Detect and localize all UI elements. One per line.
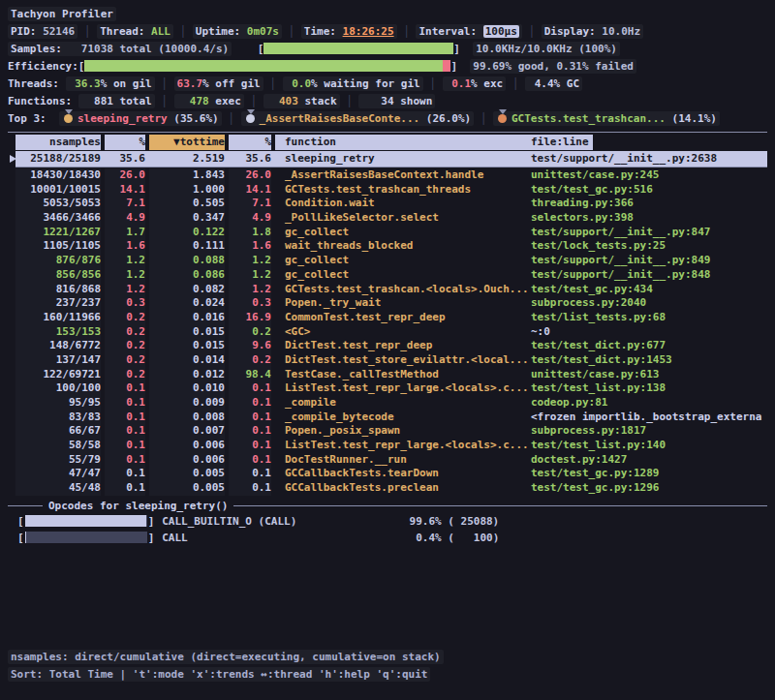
threads-unit: % exc (471, 77, 503, 90)
selected-table-row[interactable]: 25188/2518935.62.51935.6sleeping_retryte… (16, 151, 767, 167)
cell-nsamples: 95/95 (16, 396, 101, 411)
cell-cumulative-percent: 0.1 (229, 396, 271, 411)
table-row[interactable]: 66/670.10.0070.1Popen._posix_spawnsubpro… (16, 424, 767, 439)
column-header-nsamples[interactable]: nsamples (16, 135, 101, 150)
cell-cumulative-percent: 0.1 (229, 424, 271, 439)
cell-p1: 35.6 (105, 151, 145, 167)
cell-file-line: test/list_tests.py:68 (527, 311, 767, 325)
functions-label: Functions: (8, 95, 78, 107)
table-row[interactable]: 47/470.10.0050.1GCCallbackTests.tearDown… (16, 467, 767, 481)
cell-tottime: 0.122 (149, 226, 225, 240)
cell-function: Condition.wait (275, 197, 527, 211)
threads-value: 36.3 (69, 77, 101, 90)
cell-tottime: 0.015 (149, 325, 225, 340)
cell-direct-percent: 0.2 (105, 311, 145, 325)
table-row[interactable]: 876/8761.20.0881.2gc_collecttest/support… (16, 254, 767, 268)
table-row[interactable]: 55/790.10.0060.1DocTestRunner.__rundocte… (16, 453, 767, 468)
cell-function: gc_collect (275, 226, 527, 240)
footer: nsamples: direct/cumulative (direct=exec… (8, 649, 767, 684)
column-header-tottime-sorted[interactable]: ▼tottime (149, 135, 225, 150)
table-row[interactable]: 122/697210.20.01298.4TestCase._callTestM… (16, 368, 767, 382)
footer-nsamples-help: nsamples: direct/cumulative (direct=exec… (8, 650, 444, 664)
separator-dash-right (233, 505, 767, 506)
table-row[interactable]: 100/1000.10.0100.1ListTest.test_repr_lar… (16, 381, 767, 396)
cell-nsamples: 153/153 (16, 325, 101, 340)
cell-cumulative-percent: 1.2 (229, 268, 271, 283)
threads-value: 4.4 (528, 77, 554, 90)
cell-nsamples: 122/69721 (16, 368, 101, 382)
cell-nsamples: 100/100 (16, 381, 101, 396)
separator: │ (78, 25, 97, 38)
table-row[interactable]: 18430/1843026.01.84326.0_AssertRaisesBas… (16, 168, 767, 183)
table-header-row: nsamples%▼tottime%functionfile:line (16, 135, 767, 150)
cell-nsamples: 3466/3466 (16, 211, 101, 226)
table-row[interactable]: 1105/11051.60.1111.6wait_threads_blocked… (16, 239, 767, 254)
threads-segment: 63.7% off gil (174, 76, 264, 91)
threads-unit: % on gil (101, 77, 152, 90)
cell-cumulative-percent: 4.9 (229, 211, 271, 226)
separator: │ (155, 77, 174, 90)
cell-tottime: 0.005 (149, 467, 225, 481)
functions-unit: shown (394, 95, 433, 107)
cell-file-line: test/test_gc.py:434 (527, 283, 767, 297)
table-row[interactable]: 856/8561.20.0861.2gc_collecttest/support… (16, 268, 767, 283)
cell-direct-percent: 0.2 (105, 368, 145, 382)
cell-nsamples: 83/83 (16, 411, 101, 425)
cell-cumulative-percent: 7.1 (229, 197, 271, 211)
cell-cumulative-percent: 1.2 (229, 254, 271, 268)
cell-file-line: selectors.py:398 (527, 211, 767, 226)
opcode-row: []CALL_BUILTIN_O (CALL)99.6% ( 25088) (17, 513, 767, 530)
cell-tottime: 0.082 (149, 283, 225, 297)
table-row[interactable]: 153/1530.20.0150.2<GC>~:0 (16, 325, 767, 340)
cell-function: Popen._try_wait (275, 296, 527, 311)
cell-cumulative-percent: 98.4 (229, 368, 271, 382)
cell-tottime: 0.012 (149, 368, 225, 382)
selected-row-marker-icon (10, 155, 16, 163)
table-row[interactable]: 3466/34664.90.3474.9_PollLikeSelector.se… (16, 211, 767, 226)
table-row[interactable]: 5053/50537.10.5057.1Condition.waitthread… (16, 197, 767, 211)
column-header-direct-percent[interactable]: % (105, 135, 145, 150)
cell-direct-percent: 0.1 (105, 453, 145, 468)
opcode-row: []CALL0.4% ( 100) (17, 530, 767, 546)
column-header-function[interactable]: function (275, 135, 527, 150)
table-row[interactable]: 10001/1001514.11.00014.1GCTests.test_tra… (16, 183, 767, 198)
table-row[interactable]: 45/480.10.0050.1GCCallbackTests.preclean… (16, 481, 767, 496)
opcode-bar-fill (25, 532, 26, 543)
function-table: nsamples%▼tottime%functionfile:line 2518… (8, 135, 767, 496)
cell-function: _AssertRaisesBaseContext.handle (275, 168, 527, 183)
cell-file-line: test/support/__init__.py:848 (527, 268, 767, 283)
status-label-pid: PID: (11, 25, 43, 38)
column-header-file-line[interactable]: file:line (527, 135, 593, 150)
gold-medal-icon (64, 114, 73, 123)
footer-keybindings-help: Sort: Total Time | 't':mode 'x':trends ↔… (8, 667, 430, 682)
cell-file-line: ~:0 (527, 325, 767, 340)
cell-direct-percent: 0.1 (105, 439, 145, 453)
cell-function: Popen._posix_spawn (275, 424, 527, 439)
title-line: Tachyon Profiler (8, 6, 767, 23)
table-row[interactable]: 137/1470.20.0140.2DictTest.test_store_ev… (16, 353, 767, 368)
status-line: PID: 52146 │ Thread: ALL │ Uptime: 0m07s… (8, 23, 767, 41)
table-row[interactable]: 148/67720.20.0159.6DictTest.test_repr_de… (16, 339, 767, 353)
table-row[interactable]: 160/119660.20.01616.9CommonTest.test_rep… (16, 311, 767, 325)
table-row[interactable]: 816/8681.20.0821.2GCTests.test_trashcan.… (16, 283, 767, 297)
separator: │ (506, 77, 525, 90)
column-header-cumulative-percent[interactable]: % (229, 135, 271, 150)
cell-direct-percent: 0.1 (105, 424, 145, 439)
cell-file-line: test/support/__init__.py:849 (527, 254, 767, 268)
functions-segment: 478 exec (174, 94, 244, 108)
cell-file-line: test/test_list.py:140 (527, 439, 767, 453)
cell-cumulative-percent: 0.1 (229, 381, 271, 396)
cell-direct-percent: 1.2 (105, 254, 145, 268)
table-row[interactable]: 237/2370.30.0240.3Popen._try_waitsubproc… (16, 296, 767, 311)
table-row[interactable]: 95/950.10.0090.1_compilecodeop.py:81 (16, 396, 767, 411)
table-row[interactable]: 58/580.10.0060.1ListTest.test_repr_large… (16, 439, 767, 453)
table-row[interactable]: 83/830.10.0080.1_compile_bytecode<frozen… (16, 411, 767, 425)
cell-nsamples: 137/147 (16, 353, 101, 368)
table-row[interactable]: 1221/12671.70.1221.8gc_collecttest/suppo… (16, 226, 767, 240)
opcode-name: CALL_BUILTIN_O (CALL) (154, 513, 390, 530)
top3-entry: sleeping_retry (35.6%) (59, 111, 222, 126)
cell-function: GCCallbackTests.preclean (275, 481, 527, 496)
cell-nsamples: 45/48 (16, 481, 101, 496)
cell-tottime: 0.009 (149, 396, 225, 411)
top3-line: Top 3: sleeping_retry (35.6%) │ _AssertR… (8, 110, 767, 128)
